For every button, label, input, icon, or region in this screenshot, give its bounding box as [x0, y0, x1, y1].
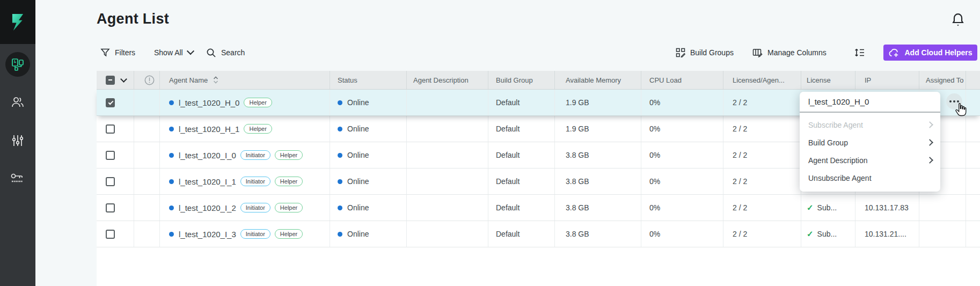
cell-description [407, 195, 488, 221]
cell-select [97, 142, 134, 168]
show-all-dropdown[interactable]: Show All [154, 46, 193, 59]
cell-description [407, 116, 488, 142]
agent-name: l_test_1020_I_1 [179, 177, 236, 186]
cell-info [134, 116, 160, 142]
menu-item-build-group[interactable]: Build Group [800, 134, 940, 151]
cell-extra [966, 142, 980, 168]
incredibuild-logo-icon [11, 13, 25, 32]
sidebar-item-settings[interactable] [0, 134, 35, 148]
column-label: IP [865, 76, 871, 84]
table-row[interactable]: l_test_1020_I_3InitiatorHelperOnlineDefa… [97, 221, 980, 247]
cell-name: l_test_1020_I_3InitiatorHelper [160, 221, 330, 247]
cell-select [97, 116, 134, 142]
filter-funnel-icon [100, 48, 110, 57]
cell-text: 1.9 GB [566, 98, 589, 107]
header-cell-cpu: CPU Load [641, 71, 723, 89]
cell-licensed: 2 / 2 [723, 90, 801, 115]
agent-name: l_test_1020_I_2 [179, 203, 236, 212]
cell-licensed: 2 / 2 [723, 168, 801, 194]
cell-info [134, 142, 160, 168]
menu-item-agent-description[interactable]: Agent Description [800, 151, 940, 169]
status-dot [338, 127, 342, 131]
cell-text: 0% [649, 177, 660, 186]
row-checkbox[interactable] [106, 177, 115, 186]
cell-select [97, 90, 134, 115]
cell-text: 10.131.21.... [865, 230, 906, 238]
cell-build_group: Default [488, 168, 555, 194]
header-cell-name[interactable]: Agent Name [160, 71, 330, 89]
chevron-down-icon [187, 47, 194, 55]
users-icon [11, 95, 25, 109]
build-groups-button[interactable]: Build Groups [676, 46, 734, 59]
row-height-button[interactable] [854, 46, 865, 59]
row-context-menu: l_test_1020_H_0 Subscribe Agent Build Gr… [800, 92, 940, 192]
select-all-checkbox[interactable] [106, 76, 115, 85]
info-icon [144, 75, 155, 86]
sidebar-item-licenses[interactable] [0, 171, 35, 185]
agent-status-dot [169, 232, 174, 237]
license-text: Sub... [817, 203, 837, 212]
row-checkbox[interactable] [106, 124, 115, 134]
cell-text: 2 / 2 [733, 203, 747, 212]
selection-menu-chevron-icon[interactable] [120, 76, 127, 83]
cell-description [407, 142, 488, 168]
status-text: Online [347, 203, 369, 212]
status-text: Online [347, 177, 369, 186]
menu-item-unsubscribe-agent[interactable]: Unsubscribe Agent [800, 169, 940, 187]
cell-select [97, 195, 134, 221]
cell-text: Default [496, 124, 520, 133]
table-header-row: Agent NameStatusAgent DescriptionBuild G… [97, 71, 980, 90]
sort-arrows-icon[interactable] [213, 76, 218, 84]
search-icon [206, 48, 216, 58]
filters-button[interactable]: Filters [100, 46, 135, 59]
row-checkbox[interactable] [106, 230, 115, 239]
menu-item-label: Build Group [808, 138, 848, 147]
cell-licensed: 2 / 2 [723, 221, 801, 247]
header-cell-select[interactable] [97, 71, 134, 89]
cell-build_group: Default [488, 90, 555, 115]
row-checkbox[interactable] [106, 203, 115, 212]
cell-select [97, 168, 134, 194]
agent-name: l_test_1020_I_0 [179, 151, 236, 160]
sidebar-item-agents[interactable] [0, 52, 35, 77]
cell-license: ✓Sub... [801, 195, 855, 221]
cell-ip: 10.131.17.83 [855, 195, 919, 221]
cell-info [134, 168, 160, 194]
submenu-chevron-icon [926, 139, 933, 146]
cell-name: l_test_1020_I_1InitiatorHelper [160, 168, 330, 194]
badge-initiator: Initiator [240, 229, 270, 239]
app-logo[interactable] [0, 0, 35, 44]
row-checkbox[interactable] [106, 151, 115, 160]
badge-helper: Helper [244, 124, 272, 134]
agents-icon [11, 57, 25, 71]
cell-status: Online [330, 142, 407, 168]
header-cell-ip: IP [855, 71, 919, 89]
add-cloud-helpers-button[interactable]: Add Cloud Helpers [883, 45, 977, 61]
status-dot [338, 100, 342, 105]
row-height-icon [854, 47, 865, 58]
cell-text: 2 / 2 [733, 151, 747, 159]
table-row[interactable]: l_test_1020_I_2InitiatorHelperOnlineDefa… [97, 195, 980, 221]
cell-memory: 3.8 GB [555, 221, 641, 247]
status-text: Online [347, 124, 369, 133]
cell-text: 0% [649, 98, 660, 107]
badge-helper: Helper [275, 229, 303, 239]
cell-text: 2 / 2 [733, 98, 747, 107]
status-dot [338, 153, 342, 158]
cell-ip: 10.131.21.... [855, 221, 919, 247]
cell-licensed: 2 / 2 [723, 195, 801, 221]
search-button[interactable]: Search [206, 46, 245, 59]
notifications-bell-icon[interactable] [951, 12, 965, 28]
cell-license: ✓Sub... [801, 221, 855, 247]
cell-build_group: Default [488, 195, 555, 221]
sidebar-item-users[interactable] [0, 95, 35, 109]
cell-select [97, 221, 134, 247]
add-cloud-helpers-label: Add Cloud Helpers [904, 48, 972, 57]
row-checkbox[interactable] [106, 98, 115, 107]
cell-status: Online [330, 168, 407, 194]
cell-licensed: 2 / 2 [723, 116, 801, 142]
manage-columns-button[interactable]: Manage Columns [752, 46, 827, 59]
cell-text: Default [496, 151, 520, 159]
column-label: Agent Name [169, 76, 208, 84]
license-check-icon: ✓ [807, 203, 814, 212]
